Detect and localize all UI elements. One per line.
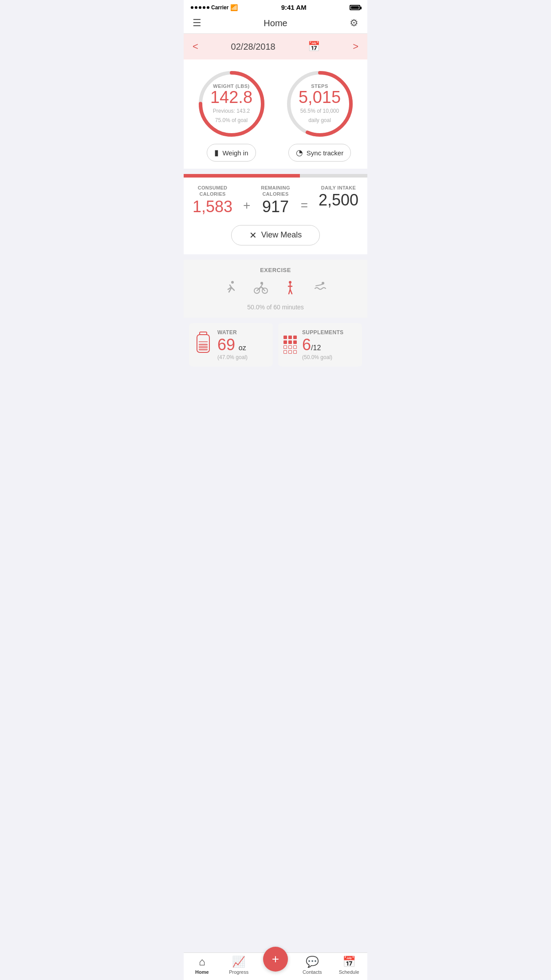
calories-progress-bar (184, 174, 367, 178)
remaining-label: REMAININGCALORIES (261, 185, 290, 198)
calories-content: CONSUMEDCALORIES 1,583 + REMAININGCALORI… (184, 178, 367, 221)
intake-label: DAILY INTAKE (319, 185, 358, 191)
calories-section: CONSUMEDCALORIES 1,583 + REMAININGCALORI… (184, 174, 367, 254)
consumed-calories: CONSUMEDCALORIES 1,583 (193, 185, 232, 216)
water-amount: 69 (217, 336, 235, 354)
water-label: WATER (217, 329, 248, 336)
supplements-sub: (50.0% goal) (302, 354, 343, 360)
supplements-card: SUPPLEMENTS 6/12 (50.0% goal) (278, 323, 362, 367)
supplements-icon (283, 336, 297, 354)
daily-intake: DAILY INTAKE 2,500 (319, 185, 358, 209)
plus-operator: + (243, 198, 250, 216)
running-icon (224, 280, 240, 299)
calories-bar-fill (184, 174, 300, 178)
hamburger-icon[interactable]: ☰ (193, 17, 201, 29)
nav-bar: ☰ Home ⚙ (184, 13, 367, 34)
intake-value: 2,500 (319, 191, 358, 209)
consumed-value: 1,583 (193, 198, 232, 216)
swimming-icon (311, 280, 327, 299)
exercise-sub: 50.0% of 60 minutes (193, 304, 358, 311)
sync-icon: ◔ (296, 148, 303, 158)
battery-icon (350, 5, 360, 10)
date-bar: < 02/28/2018 📅 > (184, 34, 367, 59)
steps-sub2: daily goal (308, 117, 331, 124)
water-value: 69 oz (217, 336, 248, 354)
weigh-in-button[interactable]: ▮ Weigh in (207, 144, 256, 162)
exercise-section: EXERCISE (184, 260, 367, 318)
supplements-value: 6/12 (302, 336, 343, 354)
weight-sub2: 75.0% of goal (215, 117, 248, 124)
status-right (350, 5, 360, 10)
water-info: WATER 69 oz (47.0% goal) (217, 329, 248, 360)
date-display: 02/28/2018 (231, 42, 276, 52)
status-time: 9:41 AM (281, 4, 307, 11)
bottom-cards: WATER 69 oz (47.0% goal) SUPPLEMENTS 6/1… (189, 323, 362, 367)
water-unit: oz (239, 344, 246, 352)
exercise-title: EXERCISE (193, 267, 358, 273)
consumed-label: CONSUMEDCALORIES (193, 185, 232, 198)
sync-tracker-label: Sync tracker (307, 149, 343, 157)
weight-value: 142.8 (210, 89, 252, 106)
weight-card: WEIGHT (LBS) 142.8 Previous: 143.2 75.0%… (191, 68, 272, 162)
cycling-icon (253, 280, 269, 299)
wifi-icon: 📶 (230, 4, 238, 11)
status-bar: Carrier 📶 9:41 AM (184, 0, 367, 13)
carrier-label: Carrier (211, 4, 228, 11)
view-meals-button[interactable]: ✕ View Meals (231, 225, 320, 245)
utensils-icon: ✕ (249, 230, 257, 241)
equals-operator: = (301, 198, 308, 216)
steps-card: STEPS 5,015 56.5% of 10,000 daily goal ◔… (279, 68, 360, 162)
weight-circle: WEIGHT (LBS) 142.8 Previous: 143.2 75.0%… (196, 68, 267, 139)
water-sub: (47.0% goal) (217, 354, 248, 360)
supplements-label: SUPPLEMENTS (302, 329, 343, 336)
gear-icon[interactable]: ⚙ (350, 17, 358, 29)
scale-icon: ▮ (214, 148, 219, 158)
walking-icon (282, 280, 298, 299)
date-next-button[interactable]: > (353, 41, 358, 52)
steps-sub1: 56.5% of 10,000 (300, 107, 339, 115)
remaining-value: 917 (261, 198, 290, 216)
svg-point-4 (231, 281, 234, 284)
weight-sub1: Previous: 143.2 (213, 107, 250, 115)
calendar-icon[interactable]: 📅 (308, 41, 320, 52)
water-icon (194, 331, 212, 358)
view-meals-label: View Meals (261, 230, 302, 240)
nav-title: Home (264, 18, 287, 28)
supplements-info: SUPPLEMENTS 6/12 (50.0% goal) (302, 329, 343, 360)
metrics-section: WEIGHT (LBS) 142.8 Previous: 143.2 75.0%… (184, 59, 367, 169)
remaining-calories: REMAININGCALORIES 917 (261, 185, 290, 216)
status-left: Carrier 📶 (191, 4, 238, 11)
weigh-in-label: Weigh in (222, 149, 248, 157)
supplements-amount: 6 (302, 336, 311, 354)
steps-circle: STEPS 5,015 56.5% of 10,000 daily goal (284, 68, 355, 139)
water-card: WATER 69 oz (47.0% goal) (189, 323, 273, 367)
exercise-icons (193, 280, 358, 299)
steps-value: 5,015 (299, 89, 341, 106)
supplements-total: /12 (311, 344, 321, 352)
svg-point-8 (289, 281, 291, 284)
date-prev-button[interactable]: < (193, 41, 198, 52)
sync-tracker-button[interactable]: ◔ Sync tracker (288, 144, 351, 162)
